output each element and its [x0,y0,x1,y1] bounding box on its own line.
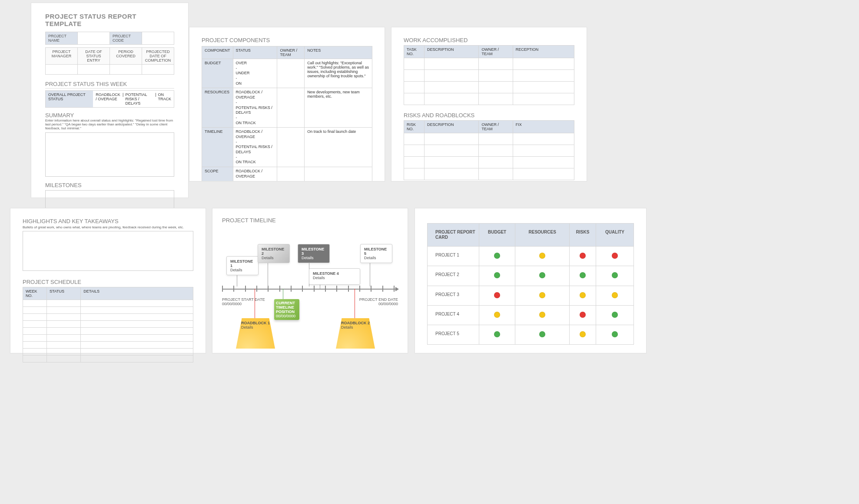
project-label: PROJECT 3 [428,286,479,305]
status-dot-icon [580,272,586,278]
status-cell [569,325,596,344]
table-row: PROJECT 1 [428,247,634,266]
work-table: TASK NO. DESCRIPTION OWNER / TEAM RECEPT… [404,45,574,105]
summary-box[interactable] [45,132,174,177]
timeline-title: PROJECT TIMELINE [222,217,398,224]
highlights-box[interactable] [23,231,193,271]
milestone-1: MILESTONE 1Details [226,256,259,275]
col-resources: RESOURCES [515,224,570,247]
status-dot-icon [612,292,618,298]
risks-col-riskno: RISK NO. [404,121,425,133]
components-title: PROJECT COMPONENTS [202,37,372,43]
report-card-corner: PROJECT REPORT CARD [428,224,479,247]
table-row: PROJECT 3 [428,286,634,305]
status-cell [479,266,515,286]
milestones-label: MILESTONES [45,182,174,188]
highlights-help: Bullets of great work, who owns what, wh… [23,225,193,229]
row-budget-label: BUDGET [202,59,233,88]
status-dot-icon [612,253,618,259]
work-col-owner: OWNER / TEAM [479,46,513,58]
project-label: PROJECT 1 [428,247,479,266]
table-row: PROJECT 5 [428,325,634,344]
project-label: PROJECT 2 [428,266,479,286]
status-dot-icon [494,253,500,259]
status-cell [569,266,596,286]
report-card-table: PROJECT REPORT CARD BUDGET RESOURCES RIS… [427,223,634,345]
schedule-table: WEEK NO. STATUS DETAILS [23,287,193,362]
col-component: COMPONENT [202,46,233,59]
risks-col-owner: OWNER / TEAM [479,121,513,133]
col-status: STATUS [233,46,277,59]
row-timeline-status: ROADBLOCK / OVERAGE - POTENTIAL RISKS / … [233,128,277,167]
status-cell [515,325,570,344]
schedule-col-week: WEEK NO. [23,287,47,300]
status-cell [596,247,634,266]
status-cell [479,325,515,344]
page-components: PROJECT COMPONENTS COMPONENT STATUS OWNE… [189,27,385,181]
row-timeline-label: TIMELINE [202,128,233,167]
summary-help: Enter information here about overall sta… [45,119,174,131]
project-name-label: PROJECT NAME [46,32,78,45]
status-dot-icon [494,312,500,318]
status-dot-icon [539,272,545,278]
risks-table: RISK NO. DESCRIPTION OWNER / TEAM FIX [404,120,574,180]
milestone-4: MILESTONE 4Details [309,268,360,285]
page-report-card: PROJECT REPORT CARD BUDGET RESOURCES RIS… [415,208,647,353]
status-opt-ontrack: ON TRACK [158,92,172,105]
status-dot-icon [539,292,545,298]
col-quality: QUALITY [596,224,634,247]
status-dot-icon [612,312,618,318]
status-dot-icon [580,292,586,298]
col-budget: BUDGET [479,224,515,247]
milestone-5: MILESTONE 5Details [360,244,392,263]
status-cell [569,286,596,305]
status-dot-icon [580,331,586,337]
work-title: WORK ACCOMPLISHED [404,37,574,43]
project-code-label: PROJECT CODE [110,32,142,45]
period-covered-label: PERIOD COVERED [110,48,142,65]
schedule-col-status: STATUS [46,287,80,300]
current-position: CURRENT TIMELINE POSITION00/00/0000 [274,299,299,320]
row-budget-status: OVER - UNDER - ON [233,59,277,88]
col-owner: OWNER / TEAM [277,46,305,59]
status-cell [515,247,570,266]
timeline-start: PROJECT START DATE00/00/0000 [222,297,265,306]
work-col-taskno: TASK NO. [404,46,425,58]
status-dot-icon [612,331,618,337]
page-highlights: HIGHLIGHTS AND KEY TAKEAWAYS Bullets of … [10,208,206,353]
status-week-title: PROJECT STATUS THIS WEEK [45,81,174,89]
status-cell [479,286,515,305]
row-resources-status: ROADBLOCK / OVERAGE - POTENTIAL RISKS / … [233,88,277,128]
status-cell [596,286,634,305]
status-cell [479,305,515,325]
status-cell [569,305,596,325]
table-row: PROJECT 2 [428,266,634,286]
components-table: COMPONENT STATUS OWNER / TEAM NOTES BUDG… [202,46,372,181]
schedule-col-details: DETAILS [81,287,193,300]
milestone-3: MILESTONE 3Details [298,244,330,263]
milestone-2: MILESTONE 2Details [258,244,290,263]
status-dot-icon [539,312,545,318]
status-opt-roadblock: ROADBLOCK / OVERAGE [96,92,121,105]
col-risks: RISKS [569,224,596,247]
status-dot-icon [612,272,618,278]
risks-title: RISKS AND ROADBLOCKS [404,112,574,119]
status-date-label: DATE OF STATUS ENTRY [78,48,110,65]
overall-status-label: OVERALL PROJECT STATUS [46,91,93,107]
status-cell [569,247,596,266]
projected-completion-label: PROJECTED DATE OF COMPLETION [142,48,174,65]
status-cell [515,305,570,325]
status-opt-risks: POTENTIAL RISKS / DELAYS [125,92,153,105]
row-timeline-note: On track to final launch date [305,128,372,167]
status-cell [596,325,634,344]
status-cell [479,247,515,266]
status-dot-icon [580,253,586,259]
status-cell [596,266,634,286]
status-cell [596,305,634,325]
row-budget-note: Call out highlights: "Exceptional work."… [305,59,372,88]
status-dot-icon [494,331,500,337]
page-overview: PROJECT STATUS REPORT TEMPLATE PROJECT N… [31,3,189,198]
work-col-reception: RECEPTION [513,46,574,58]
page-timeline: PROJECT TIMELINE /* purely decorative */… [212,208,408,353]
risks-col-fix: FIX [513,121,574,133]
